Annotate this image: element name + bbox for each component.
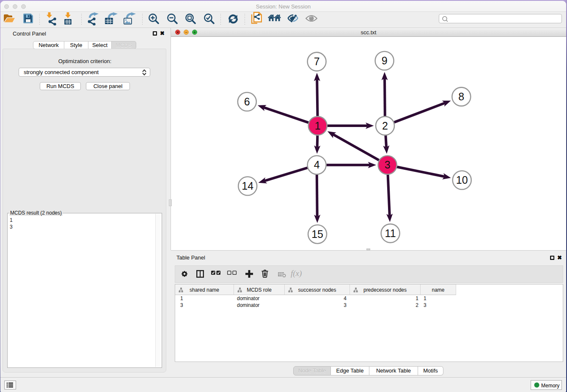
svg-text:11: 11 [385, 227, 396, 239]
svg-text:15: 15 [311, 228, 323, 240]
svg-text:7: 7 [314, 55, 320, 67]
svg-text:3: 3 [385, 159, 391, 171]
svg-text:10: 10 [456, 174, 468, 186]
svg-text:4: 4 [314, 159, 320, 171]
svg-text:6: 6 [244, 96, 250, 108]
svg-text:14: 14 [242, 180, 253, 192]
svg-text:2: 2 [382, 120, 388, 132]
svg-text:8: 8 [458, 91, 464, 102]
svg-text:1: 1 [315, 120, 321, 132]
svg-text:9: 9 [382, 55, 388, 66]
